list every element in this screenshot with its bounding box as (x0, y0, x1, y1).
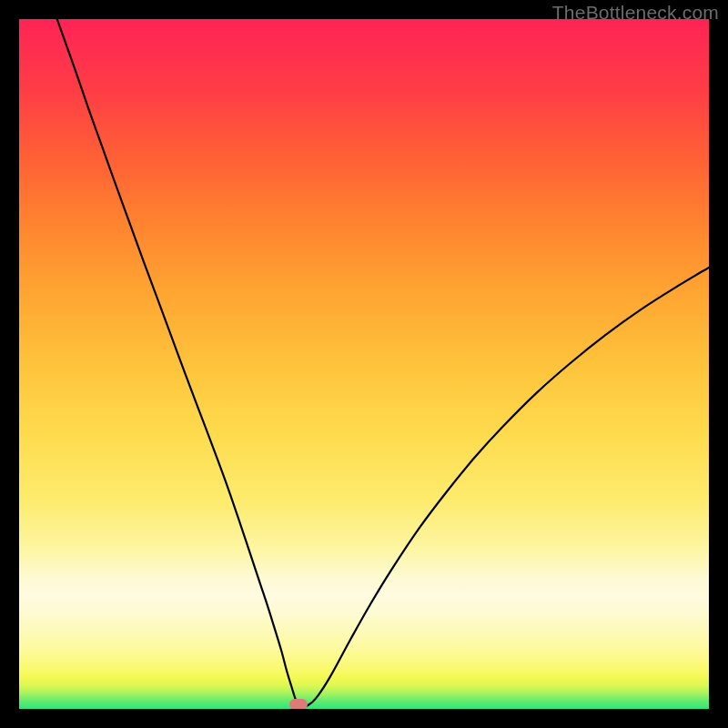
plot-area (19, 19, 709, 709)
curve-svg (19, 19, 709, 709)
chart-frame: TheBottleneck.com (0, 0, 728, 728)
bottleneck-curve (57, 19, 709, 708)
optimal-point-marker (289, 699, 308, 709)
